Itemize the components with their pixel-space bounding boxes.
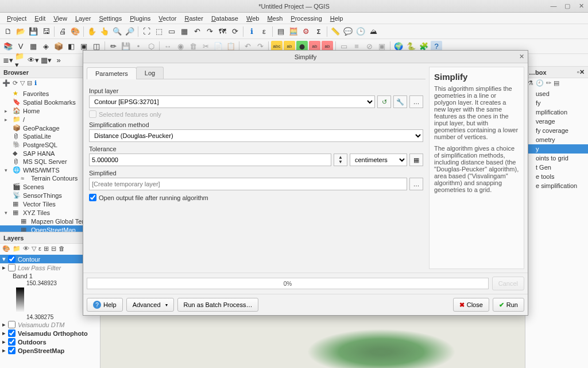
print-layout-icon[interactable]: 🖨: [57, 26, 68, 37]
run-batch-button[interactable]: Run as Batch Process…: [177, 298, 259, 312]
pan-selection-icon[interactable]: 👆: [99, 26, 110, 37]
open-project-icon[interactable]: 📂: [15, 26, 26, 37]
add-vector-icon[interactable]: V: [15, 41, 26, 52]
advanced-button[interactable]: Advanced: [126, 298, 174, 312]
close-button[interactable]: ✖Close: [453, 298, 489, 312]
method-select[interactable]: Distance (Douglas-Peucker): [89, 129, 423, 142]
tab-parameters[interactable]: Parameters: [87, 67, 137, 79]
processing-item[interactable]: oints to grid: [525, 154, 588, 163]
proc-results-icon[interactable]: ▤: [554, 79, 559, 87]
layer-visibility-checkbox[interactable]: [8, 255, 16, 263]
layer-item-veisamudu-orthophoto[interactable]: ▸Veisamudu Orthophoto: [0, 329, 100, 338]
zoom-selection-icon[interactable]: ⬚: [153, 26, 165, 37]
zoom-native-icon[interactable]: ▦: [179, 26, 190, 37]
filter-legend-icon[interactable]: ≣▾: [2, 55, 14, 66]
zoom-in-icon[interactable]: 🔍: [111, 26, 123, 37]
run-button[interactable]: ✔Run: [493, 298, 524, 312]
menu-raster[interactable]: Raster: [181, 14, 206, 23]
new-project-icon[interactable]: 🗋: [2, 26, 14, 37]
window-maximize-icon[interactable]: ▢: [563, 2, 572, 10]
processing-item[interactable]: fy: [525, 98, 588, 108]
dialog-close-icon[interactable]: ✕: [519, 53, 524, 60]
field-calc-icon[interactable]: 🧮: [288, 26, 299, 37]
menu-web[interactable]: Web: [243, 14, 262, 23]
layer-style-icon[interactable]: 🎨: [2, 245, 10, 252]
processing-item[interactable]: mplification: [525, 108, 588, 117]
tolerance-data-defined-icon[interactable]: ▦: [409, 154, 423, 166]
save-as-icon[interactable]: 🖫: [40, 26, 52, 37]
processing-item[interactable]: t Gen: [525, 163, 588, 172]
window-close-icon[interactable]: ✕: [577, 2, 586, 10]
map-tips-icon[interactable]: 💬: [342, 26, 354, 37]
tab-log[interactable]: Log: [136, 67, 164, 79]
processing-item[interactable]: e simplification: [525, 181, 588, 190]
input-layer-select[interactable]: Contour [EPSG:32701]: [89, 95, 375, 108]
measure-icon[interactable]: 📏: [330, 26, 341, 37]
filter-browser-icon[interactable]: ▽: [20, 79, 25, 87]
processing-tree[interactable]: usedfymplificationveragefy coverageometr…: [525, 88, 588, 368]
open-after-checkbox[interactable]: Open output file after running algorithm: [89, 194, 423, 201]
new-geopackage-icon[interactable]: 📦: [53, 41, 64, 52]
identify-icon[interactable]: ℹ: [246, 26, 257, 37]
add-layer-icon[interactable]: ➕: [2, 79, 10, 87]
zoom-layer-icon[interactable]: ▭: [166, 26, 177, 37]
collapse-browser-icon[interactable]: ⊟: [27, 79, 32, 87]
layer-filter-icon[interactable]: ▽: [32, 245, 36, 252]
output-input[interactable]: [89, 178, 407, 190]
layer-expand-icon[interactable]: ⊞: [44, 245, 49, 252]
menu-view[interactable]: View: [50, 14, 71, 23]
add-group-icon[interactable]: 📁▾: [15, 55, 26, 66]
tolerance-input[interactable]: [89, 154, 331, 166]
zoom-full-icon[interactable]: ⛶: [141, 26, 152, 37]
menu-mesh[interactable]: Mesh: [264, 14, 286, 23]
filter-by-map-icon[interactable]: ▦▾: [40, 55, 52, 66]
advanced-layer-icon[interactable]: 🔧: [393, 95, 407, 108]
tolerance-unit-select[interactable]: centimeters: [350, 154, 407, 166]
layer-remove-icon[interactable]: 🗑: [59, 245, 65, 252]
layer-visibility-checkbox[interactable]: [8, 347, 16, 354]
processing-item[interactable]: verage: [525, 117, 588, 126]
layer-visibility-checkbox[interactable]: [8, 329, 16, 337]
expression-icon[interactable]: ε: [258, 26, 270, 37]
manage-themes-icon[interactable]: 👁▾: [28, 55, 39, 66]
processing-toolbox-icon[interactable]: ⚙: [300, 26, 312, 37]
menu-database[interactable]: Database: [208, 14, 242, 23]
menu-project[interactable]: Project: [3, 14, 30, 23]
style-manager-icon[interactable]: 🎨: [69, 26, 81, 37]
proc-history-icon[interactable]: 🕘: [536, 79, 544, 87]
layer-expr-icon[interactable]: ε: [38, 245, 41, 252]
output-browse-icon[interactable]: …: [409, 178, 423, 190]
attribute-table-icon[interactable]: ▤: [275, 26, 287, 37]
layer-item-outdoors[interactable]: ▸Outdoors: [0, 338, 100, 346]
processing-item[interactable]: fy coverage: [525, 126, 588, 135]
menu-edit[interactable]: Edit: [31, 14, 49, 23]
layer-visibility-icon[interactable]: 👁: [23, 245, 29, 252]
refresh-icon[interactable]: ⟳: [229, 26, 241, 37]
zoom-next-icon[interactable]: ↷: [204, 26, 215, 37]
menu-vector[interactable]: Vector: [155, 14, 180, 23]
processing-item[interactable]: y: [525, 144, 588, 154]
layer-add-group-icon[interactable]: 📁: [13, 245, 21, 252]
layer-item-veisamudu-dtm[interactable]: ▸Veisamudu DTM: [0, 320, 100, 329]
proc-model-icon[interactable]: ⚗: [528, 79, 533, 87]
refresh-browser-icon[interactable]: ⟳: [13, 79, 18, 87]
add-mesh-icon[interactable]: ◈: [40, 41, 52, 52]
processing-item[interactable]: used: [525, 89, 588, 98]
menu-help[interactable]: Help: [327, 14, 347, 23]
tolerance-stepper[interactable]: ▲▼: [334, 154, 347, 166]
new-map-view-icon[interactable]: 🗺: [216, 26, 228, 37]
temporal-icon[interactable]: 🕒: [355, 26, 366, 37]
new-shapefile-icon[interactable]: ◧: [65, 41, 77, 52]
data-source-icon[interactable]: 📚: [2, 41, 14, 52]
menu-settings[interactable]: Settings: [95, 14, 125, 23]
layer-visibility-checkbox[interactable]: [8, 264, 16, 271]
browse-layer-icon[interactable]: …: [409, 95, 423, 108]
expand-all-icon[interactable]: »: [53, 55, 64, 66]
iterate-icon[interactable]: ↺: [377, 95, 391, 108]
elevation-icon[interactable]: ⛰: [368, 26, 379, 37]
layer-visibility-checkbox[interactable]: [8, 338, 16, 346]
menu-plugins[interactable]: Plugins: [126, 14, 154, 23]
help-button[interactable]: ?Help: [87, 298, 123, 312]
menu-layer[interactable]: Layer: [72, 14, 95, 23]
add-raster-icon[interactable]: ▦: [28, 41, 39, 52]
